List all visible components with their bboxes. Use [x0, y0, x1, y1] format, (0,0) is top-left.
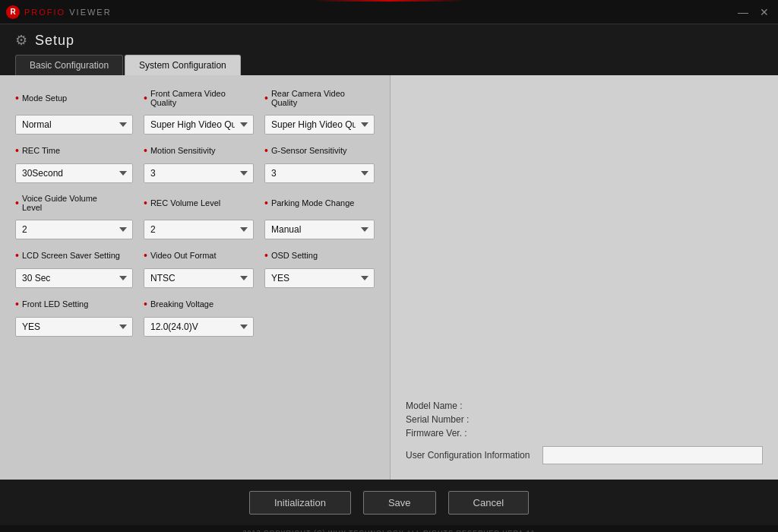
front-led-label-text: Front LED Setting — [22, 299, 88, 309]
statusbar-text: 2013 COPYRIGHT (C) WHY TECHNOLOGY ALL RI… — [243, 529, 536, 532]
row-1: • Mode Setup • Front Camera VideoQuality… — [15, 89, 375, 135]
user-config-label: User Configuration Information — [406, 450, 542, 461]
row-2-inputs: 30Second 1Minute 2Minute 3Minute 12345 1… — [15, 163, 375, 183]
required-dot: • — [15, 250, 19, 261]
parking-mode-label: • Parking Mode Change — [264, 194, 375, 212]
rec-volume-select[interactable]: 012345 — [144, 220, 254, 239]
parking-mode-select[interactable]: Manual Auto — [264, 220, 375, 239]
rec-time-label: • REC Time — [15, 145, 133, 156]
required-dot: • — [264, 198, 268, 208]
required-dot: • — [15, 93, 19, 103]
voice-guide-select[interactable]: 012345 — [15, 220, 133, 239]
required-dot: • — [15, 145, 19, 156]
row-5-inputs: YESNO 11.0(22.0)V 11.5(23.0)V 12.0(24.0)… — [15, 317, 375, 337]
titlebar-accent — [313, 0, 465, 2]
model-name-row: Model Name : — [406, 401, 763, 411]
required-dot: • — [144, 93, 147, 103]
front-led-label: • Front LED Setting — [15, 299, 133, 309]
user-config-input[interactable] — [542, 446, 763, 464]
required-dot: • — [15, 198, 19, 208]
mode-setup-label-text: Mode Setup — [22, 93, 67, 103]
mode-setup-label: • Mode Setup — [15, 89, 133, 107]
minimize-button[interactable]: — — [735, 7, 751, 17]
rec-volume-label-text: REC Volume Level — [150, 198, 220, 207]
save-button[interactable]: Save — [363, 491, 436, 515]
close-button[interactable]: ✕ — [757, 7, 772, 17]
video-out-label-text: Video Out Format — [150, 251, 217, 260]
initialization-button[interactable]: Initialization — [249, 491, 351, 515]
parking-mode-label-text: Parking Mode Change — [271, 198, 354, 207]
page-title: Setup — [35, 33, 74, 49]
row-2-labels: • REC Time • Motion Sensitivity • G-Sens… — [15, 145, 375, 160]
row-4: • LCD Screen Saver Setting • Video Out F… — [15, 250, 375, 288]
header: ⚙ Setup — [0, 24, 778, 49]
app-logo: R — [6, 5, 20, 19]
titlebar-left: R PROFIO VIEWER — [6, 5, 112, 19]
breaking-voltage-label-text: Breaking Voltage — [150, 299, 213, 309]
osd-setting-label-text: OSD Setting — [271, 251, 318, 260]
row-1-labels: • Mode Setup • Front Camera VideoQuality… — [15, 89, 375, 111]
row-3-inputs: 012345 012345 Manual Auto — [15, 220, 375, 239]
info-section: Model Name : Serial Number : Firmware Ve… — [406, 401, 763, 464]
app-title-text: PROFIO VIEWER — [24, 8, 112, 17]
g-sensor-select[interactable]: 12345 — [264, 163, 375, 183]
osd-setting-select[interactable]: YESNO — [264, 268, 375, 288]
rear-camera-label: • Rear Camera VideoQuality — [264, 89, 375, 107]
firmware-ver-row: Firmware Ver. : — [406, 428, 763, 439]
voice-guide-label: • Voice Guide VolumeLevel — [15, 194, 133, 212]
gear-icon: ⚙ — [15, 32, 27, 49]
lcd-screen-label-text: LCD Screen Saver Setting — [22, 251, 120, 260]
titlebar: R PROFIO VIEWER — ✕ — [0, 0, 778, 24]
required-dot: • — [144, 198, 147, 208]
required-dot: • — [264, 250, 268, 261]
front-camera-quality-select[interactable]: Super High Video Qu... High Video Qualit… — [144, 115, 254, 135]
g-sensor-label: • G-Sensor Sensitivity — [264, 145, 375, 156]
front-camera-label-text: Front Camera VideoQuality — [150, 89, 226, 107]
lcd-screen-select[interactable]: Off10 Sec20 Sec30 Sec1 Min — [15, 268, 133, 288]
row-4-labels: • LCD Screen Saver Setting • Video Out F… — [15, 250, 375, 264]
right-panel: Model Name : Serial Number : Firmware Ve… — [391, 75, 778, 480]
rec-time-select[interactable]: 30Second 1Minute 2Minute 3Minute — [15, 163, 133, 183]
serial-number-label: Serial Number : — [406, 414, 504, 425]
osd-setting-label: • OSD Setting — [264, 250, 375, 261]
g-sensor-label-text: G-Sensor Sensitivity — [271, 146, 347, 155]
breaking-voltage-label: • Breaking Voltage — [144, 299, 254, 309]
row-5-labels: • Front LED Setting • Breaking Voltage — [15, 299, 375, 313]
model-name-label: Model Name : — [406, 401, 504, 411]
user-config-row: User Configuration Information — [406, 446, 763, 464]
required-dot: • — [144, 299, 147, 309]
required-dot: • — [144, 145, 147, 156]
left-panel: • Mode Setup • Front Camera VideoQuality… — [0, 75, 391, 480]
row-1-inputs: Normal Parking Auto Super High Video Qu.… — [15, 115, 375, 135]
motion-sensitivity-select[interactable]: 12345 — [144, 163, 254, 183]
video-out-label: • Video Out Format — [144, 250, 254, 261]
app-name: VIEWER — [69, 8, 111, 17]
tab-bar: Basic Configuration System Configuration — [0, 49, 778, 75]
front-led-select[interactable]: YESNO — [15, 317, 133, 337]
serial-number-row: Serial Number : — [406, 414, 763, 425]
lcd-screen-label: • LCD Screen Saver Setting — [15, 250, 133, 261]
row-3: • Voice Guide VolumeLevel • REC Volume L… — [15, 194, 375, 239]
motion-sensitivity-label-text: Motion Sensitivity — [150, 146, 216, 155]
tab-system-configuration[interactable]: System Configuration — [125, 55, 241, 75]
main-content: • Mode Setup • Front Camera VideoQuality… — [0, 75, 778, 480]
mode-setup-select[interactable]: Normal Parking Auto — [15, 115, 133, 135]
rec-volume-label: • REC Volume Level — [144, 194, 254, 212]
breaking-voltage-select[interactable]: 11.0(22.0)V 11.5(23.0)V 12.0(24.0)V 12.5… — [144, 317, 254, 337]
voice-guide-label-text: Voice Guide VolumeLevel — [22, 194, 97, 212]
row-4-inputs: Off10 Sec20 Sec30 Sec1 Min NTSCPAL YESNO — [15, 268, 375, 288]
titlebar-controls: — ✕ — [735, 7, 772, 17]
statusbar: 2013 COPYRIGHT (C) WHY TECHNOLOGY ALL RI… — [0, 525, 778, 532]
rear-camera-label-text: Rear Camera VideoQuality — [271, 89, 345, 107]
rear-camera-quality-select[interactable]: Super High Video Qu... High Video Qualit… — [264, 115, 375, 135]
tab-basic-configuration[interactable]: Basic Configuration — [15, 55, 123, 75]
video-out-select[interactable]: NTSCPAL — [144, 268, 254, 288]
footer: Initialization Save Cancel — [0, 480, 778, 525]
row-3-labels: • Voice Guide VolumeLevel • REC Volume L… — [15, 194, 375, 216]
front-camera-label: • Front Camera VideoQuality — [144, 89, 254, 107]
motion-sensitivity-label: • Motion Sensitivity — [144, 145, 254, 156]
required-dot: • — [264, 145, 268, 156]
row-2: • REC Time • Motion Sensitivity • G-Sens… — [15, 145, 375, 183]
cancel-button[interactable]: Cancel — [448, 491, 529, 515]
required-dot: • — [15, 299, 19, 309]
